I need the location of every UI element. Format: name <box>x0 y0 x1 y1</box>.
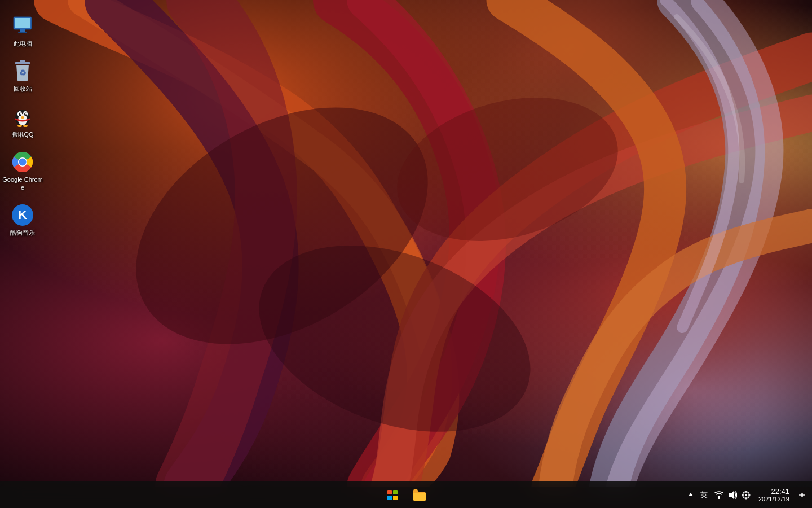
desktop-icon-google-chrome[interactable]: Google Chrome <box>0 147 45 195</box>
taskbar-tray: 英 <box>687 483 812 507</box>
svg-rect-4 <box>15 18 30 28</box>
windows-logo-icon <box>387 490 398 500</box>
desktop-icon-kugou[interactable]: K 酷狗音乐 <box>0 200 45 240</box>
kugou-label: 酷狗音乐 <box>10 229 35 237</box>
svg-point-20 <box>23 125 28 127</box>
google-chrome-label: Google Chrome <box>2 176 43 192</box>
svg-rect-34 <box>799 494 805 496</box>
desktop-icons: 此电脑 ♻ 回收站 <box>0 6 45 246</box>
file-explorer-button[interactable] <box>407 483 432 507</box>
google-chrome-icon <box>11 151 34 173</box>
notification-panel-icon <box>798 489 805 501</box>
language-indicator[interactable]: 英 <box>697 489 711 501</box>
svg-point-17 <box>25 113 27 114</box>
date-display: 2021/12/19 <box>758 496 789 502</box>
speaker-icon-button[interactable] <box>727 488 738 502</box>
datetime-button[interactable]: 22:41 2021/12/19 <box>754 486 794 504</box>
network-icon <box>714 491 723 499</box>
svg-point-23 <box>19 158 27 165</box>
qq-icon <box>11 106 34 128</box>
my-computer-label: 此电脑 <box>14 40 32 47</box>
svg-text:♻: ♻ <box>19 68 27 77</box>
desktop-icon-qq[interactable]: 腾讯QQ <box>0 102 45 142</box>
time-display: 22:41 <box>771 487 789 496</box>
svg-rect-6 <box>18 32 27 33</box>
taskbar: 英 <box>0 481 812 508</box>
taskbar-center <box>380 483 432 507</box>
svg-point-28 <box>745 494 747 496</box>
my-computer-icon <box>11 15 34 37</box>
svg-rect-26 <box>718 496 720 499</box>
notification-button[interactable] <box>796 483 807 507</box>
recycle-bin-label: 回收站 <box>14 85 32 93</box>
desktop-icon-my-computer[interactable]: 此电脑 <box>0 11 45 51</box>
language-text: 英 <box>700 490 708 500</box>
svg-text:K: K <box>18 208 27 222</box>
tray-overflow-button[interactable] <box>687 488 695 502</box>
svg-rect-8 <box>20 60 25 63</box>
desktop-background <box>0 0 812 487</box>
svg-point-19 <box>17 125 22 127</box>
network-icon-button[interactable] <box>713 488 725 502</box>
folder-icon <box>413 489 426 501</box>
battery-icon <box>742 491 751 500</box>
start-button[interactable] <box>380 483 405 507</box>
kugou-icon: K <box>11 204 34 226</box>
qq-label: 腾讯QQ <box>11 130 33 138</box>
battery-icon-button[interactable] <box>740 488 752 502</box>
svg-point-16 <box>20 113 21 114</box>
speaker-icon <box>728 491 737 500</box>
svg-rect-5 <box>20 29 25 32</box>
recycle-bin-icon: ♻ <box>11 60 34 82</box>
chevron-up-icon <box>688 492 694 498</box>
desktop-icon-recycle-bin[interactable]: ♻ 回收站 <box>0 56 45 96</box>
svg-point-18 <box>21 116 24 119</box>
